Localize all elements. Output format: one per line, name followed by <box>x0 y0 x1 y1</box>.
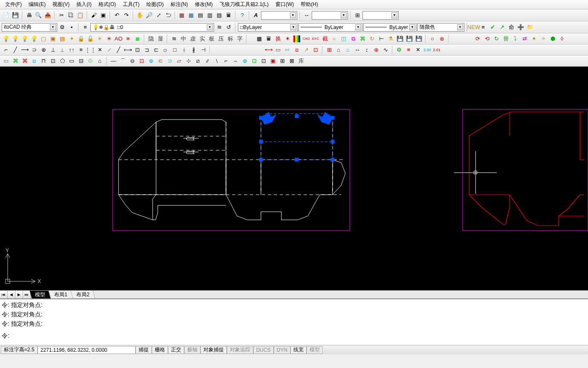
dim5-icon[interactable]: ↗ <box>302 46 310 54</box>
redo-icon[interactable]: ↷ <box>122 11 130 20</box>
ar3-icon[interactable]: ⌂ <box>344 46 352 54</box>
zoom-rt-icon[interactable]: 🔎 <box>145 11 154 20</box>
s6-icon[interactable]: ⊡ <box>49 57 57 65</box>
menu-format[interactable]: 格式(O) <box>95 0 119 9</box>
misc1-icon[interactable]: ⟐ <box>330 35 339 43</box>
stack-icon[interactable]: ≡ <box>124 35 132 43</box>
cjk-mid-btn[interactable]: 中 <box>179 35 188 43</box>
cjk-cut-btn[interactable]: 截 <box>321 35 329 43</box>
box1-icon[interactable]: ▢ <box>39 35 48 43</box>
geo18-icon[interactable]: ⟥ <box>161 46 170 54</box>
toggle-snap[interactable]: 捕捉 <box>136 346 152 354</box>
menu-file[interactable]: 文件(F) <box>2 0 25 9</box>
bulb4-icon[interactable]: 💡 <box>30 35 38 43</box>
s18-icon[interactable]: ⊃ <box>165 57 174 65</box>
save3-icon[interactable]: 💾 <box>405 35 414 43</box>
toggle-otrack[interactable]: 对象追踪 <box>227 346 253 354</box>
cjk-replace-btn[interactable]: 替 <box>501 35 510 43</box>
misc3-icon[interactable]: ⧉ <box>349 35 357 43</box>
show-btn[interactable]: 显 <box>156 35 165 43</box>
menu-modify[interactable]: 修改(M) <box>191 0 216 9</box>
cjk-swap-btn[interactable]: 换 <box>274 35 282 43</box>
preview-icon[interactable]: 🔍 <box>34 11 43 20</box>
geo19-icon[interactable]: □ <box>171 46 179 54</box>
calc2-icon[interactable]: 🖩 <box>264 35 273 43</box>
m5-icon[interactable]: 2.01 <box>432 46 441 54</box>
menu-dimension[interactable]: 标注(N) <box>167 0 191 9</box>
tool-palette-icon[interactable]: ▤ <box>196 11 205 20</box>
dim1-icon[interactable]: ⟷ <box>264 46 273 54</box>
toggle-osnap[interactable]: 对象捕捉 <box>200 346 227 354</box>
tab-last-btn[interactable]: ⏭ <box>23 291 31 298</box>
tab-next-btn[interactable]: ▶ <box>15 291 23 298</box>
workspace-combo[interactable]: itoCAD 经典▼ <box>2 23 57 32</box>
dim2-icon[interactable]: ▭ <box>274 46 282 54</box>
m4-icon[interactable]: 2.99 <box>423 46 432 54</box>
textstyle-a-icon[interactable]: A <box>252 11 260 20</box>
s29-icon[interactable]: ▣ <box>269 57 277 65</box>
sun2-icon[interactable]: ☀ <box>105 35 113 43</box>
toggle-polar[interactable]: 极轴 <box>184 346 200 354</box>
layer-prev-icon[interactable]: ↺ <box>224 23 233 32</box>
p1-icon[interactable]: ⟳ <box>473 35 482 43</box>
geo20-icon[interactable]: ⟊ <box>180 46 188 54</box>
s12-icon[interactable]: — <box>109 57 118 65</box>
p8-icon[interactable]: ⬢ <box>548 35 557 43</box>
lines-icon[interactable]: ≣ <box>133 35 142 43</box>
paste-icon[interactable]: 📋 <box>76 11 84 20</box>
geo2-icon[interactable]: ╱ <box>11 46 20 54</box>
edit-line-icon[interactable]: ↗ <box>498 23 506 32</box>
s19-icon[interactable]: ▱ <box>175 57 183 65</box>
sheetset-icon[interactable]: ▥ <box>206 11 214 20</box>
layer-combo[interactable]: 💡❄🔒🖶 □0 ▼ <box>90 23 214 32</box>
print-icon[interactable]: 🖶 <box>25 11 33 20</box>
s28-icon[interactable]: ⊡ <box>259 57 268 65</box>
s7-icon[interactable]: ⬠ <box>58 57 67 65</box>
s26-icon[interactable]: ⊕ <box>240 57 249 65</box>
lock-icon[interactable]: 🔒 <box>77 35 85 43</box>
s1-icon[interactable]: ▭ <box>2 57 10 65</box>
cut-icon[interactable]: ✂ <box>57 11 66 20</box>
menu-view[interactable]: 视图(V) <box>49 0 73 9</box>
m3-icon[interactable]: ✕ <box>414 46 422 54</box>
unlock-icon[interactable]: 🔓 <box>86 35 95 43</box>
geo15-icon[interactable]: ⊡ <box>133 46 142 54</box>
linetype-combo[interactable]: ByLayer▼ <box>298 23 362 32</box>
s2-icon[interactable]: ⌘ <box>11 57 20 65</box>
plotstyle-combo[interactable]: 随颜色▼ <box>417 23 464 32</box>
ar1-icon[interactable]: ⊞ <box>325 46 333 54</box>
cjk-board-btn[interactable]: 板 <box>207 35 216 43</box>
geo22-icon[interactable]: ⊣ <box>199 46 207 54</box>
cmd-icon[interactable]: 命 <box>507 23 516 32</box>
calc-icon[interactable]: 🖩 <box>224 11 233 20</box>
block-icon[interactable]: ▣ <box>99 11 107 20</box>
p4-icon[interactable]: ⤵ <box>511 35 519 43</box>
zoom-win-icon[interactable]: ⤢ <box>154 11 163 20</box>
tab-first-btn[interactable]: ⏮ <box>0 291 8 298</box>
new-icon[interactable]: 📄 <box>2 11 10 20</box>
m2-icon[interactable]: ≡ <box>404 46 413 54</box>
grid1-icon[interactable]: ▦ <box>255 35 264 43</box>
props-icon[interactable]: ▦ <box>177 11 186 20</box>
s13-icon[interactable]: ⌒ <box>119 57 127 65</box>
s14-icon[interactable]: ⊖ <box>128 57 136 65</box>
flask-icon[interactable]: ⚗ <box>386 35 395 43</box>
s10-icon[interactable]: ♲ <box>86 57 95 65</box>
bulb3-icon[interactable]: 💡 <box>20 35 29 43</box>
hide-btn[interactable]: 隐 <box>147 35 155 43</box>
geo9-icon[interactable]: ≡ <box>77 46 85 54</box>
dim-style-icon[interactable]: ↔ <box>302 11 311 20</box>
s27-icon[interactable]: ⊡ <box>250 57 258 65</box>
geo16-icon[interactable]: ⊐ <box>142 46 151 54</box>
s5-icon[interactable]: ⊓ <box>39 57 48 65</box>
toggle-ortho[interactable]: 正交 <box>168 346 184 354</box>
layer-mgr-icon[interactable]: ≡ <box>81 23 90 32</box>
command-window[interactable]: 令: 指定对角点: 令: 指定对角点: 令: 指定对角点: 令: <box>0 299 588 345</box>
dim4-icon[interactable]: ⧇ <box>293 46 301 54</box>
cjk-mark-btn[interactable]: 标 <box>226 35 235 43</box>
publish-icon[interactable]: 📤 <box>43 11 52 20</box>
toggle-ducs[interactable]: DUCS <box>253 346 274 354</box>
toggle-model[interactable]: 模型 <box>307 346 323 354</box>
ao-icon[interactable]: AO <box>114 35 123 43</box>
toggle-dyn[interactable]: DYN <box>274 346 290 354</box>
